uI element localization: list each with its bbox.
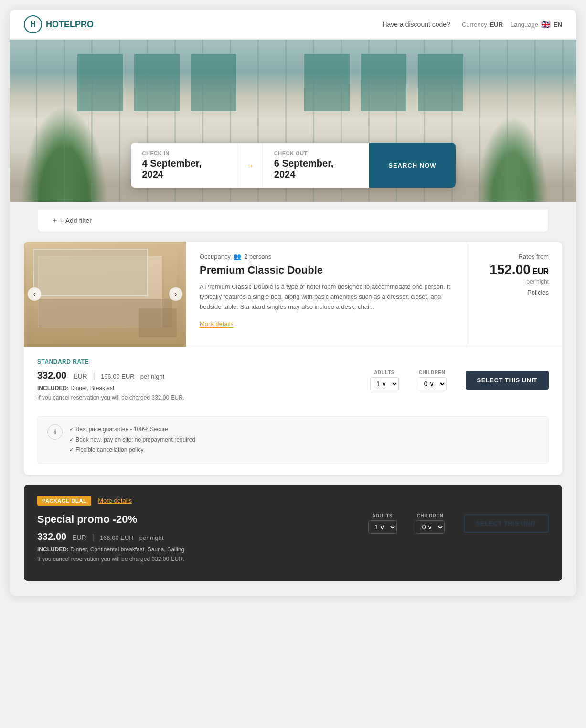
info-item-1: ✓ Best price guarantee - 100% Secure — [69, 424, 195, 435]
add-filter-label: + Add filter — [60, 217, 92, 224]
package-select-unit-button[interactable]: SELECT THIS UNIT — [464, 514, 549, 533]
included-items: Dinner, Breakfast — [70, 385, 114, 391]
language-value: EN — [554, 21, 562, 28]
room-image: ‹ › — [24, 242, 186, 347]
package-included-label: INCLUDED: — [37, 546, 69, 553]
rate-per-night-price: 166.00 EUR — [101, 373, 135, 380]
children-select[interactable]: 0 ∨ 1 2 — [418, 377, 447, 390]
discount-link[interactable]: Have a discount code? — [382, 21, 450, 28]
room-currency: EUR — [533, 267, 549, 275]
rate-actions: ADULTS 1 ∨ 2 3 CHILDREN 0 ∨ 1 — [370, 370, 549, 390]
package-qty-selectors: ADULTS 1 ∨ 2 3 CHILDREN 0 ∨ 1 2 — [368, 513, 445, 534]
package-included-items: Dinner, Continental breakfast, Sauna, Sa… — [70, 546, 184, 553]
package-divider: | — [92, 533, 94, 542]
persons-icon: 👥 — [234, 253, 241, 260]
package-details: Special promo -20% 332.00 EUR | 166.00 E… — [37, 513, 184, 570]
rate-price-row: 332.00 EUR | 166.00 EUR per night — [37, 370, 184, 381]
info-text-block: ✓ Best price guarantee - 100% Secure ✓ B… — [69, 424, 195, 455]
package-children-select[interactable]: 0 ∨ 1 2 — [416, 520, 445, 534]
more-details-link[interactable]: More details — [200, 320, 234, 328]
adults-select[interactable]: 1 ∨ 2 3 — [370, 377, 399, 390]
room-price: 152.00 — [490, 262, 531, 277]
children-label: CHILDREN — [419, 370, 446, 375]
included-row: INCLUDED: Dinner, Breakfast — [37, 385, 184, 391]
package-children-label: CHILDREN — [417, 513, 444, 518]
currency-block[interactable]: Currency EUR — [462, 21, 503, 28]
plus-icon: + — [53, 216, 57, 225]
room-pricing: Rates from 152.00 EUR per night Policies — [467, 242, 562, 347]
package-adults-select[interactable]: 1 ∨ 2 3 — [368, 520, 397, 534]
rate-divider: | — [93, 372, 95, 380]
package-badge: PACKAGE DEAL — [37, 496, 91, 506]
info-item-2: ✓ Book now, pay on site; no prepayment r… — [69, 435, 195, 445]
rate-details: 332.00 EUR | 166.00 EUR per night INCLUD… — [37, 370, 184, 409]
package-currency: EUR — [72, 534, 86, 541]
per-night-label: per night — [480, 278, 549, 285]
checkin-label: CHECK IN — [142, 150, 225, 156]
info-item-3: ✓ Flexible cancellation policy — [69, 445, 195, 455]
package-more-details-link[interactable]: More details — [98, 497, 132, 504]
occupancy-label: Occupancy — [200, 253, 231, 260]
package-deal-card: PACKAGE DEAL More details Special promo … — [24, 485, 562, 581]
rate-price-main: 332.00 — [37, 370, 66, 381]
room-card: ‹ › Occupancy 👥 2 persons Premium Classi… — [24, 242, 562, 475]
logo-icon: H — [24, 15, 42, 33]
language-block[interactable]: Language 🇬🇧 EN — [511, 20, 562, 29]
rate-currency: EUR — [73, 372, 87, 380]
adults-children-selectors: ADULTS 1 ∨ 2 3 CHILDREN 0 ∨ 1 — [370, 370, 447, 390]
date-arrow-icon: → — [237, 143, 263, 188]
cancel-text: If you cancel reservation you will be ch… — [37, 394, 184, 401]
room-price-block: 152.00 EUR — [480, 262, 549, 277]
hero-section: CHECK IN 4 September, 2024 → CHECK OUT 6… — [10, 40, 576, 202]
package-included: INCLUDED: Dinner, Continental breakfast,… — [37, 546, 184, 553]
adults-label: ADULTS — [374, 370, 394, 375]
info-icon: ℹ — [47, 424, 63, 440]
policies-link[interactable]: Policies — [480, 289, 549, 296]
checkin-value: 4 September, 2024 — [142, 158, 225, 180]
checkout-field[interactable]: CHECK OUT 6 September, 2024 — [263, 143, 369, 188]
children-block: CHILDREN 0 ∨ 1 2 — [418, 370, 447, 390]
search-bar: CHECK IN 4 September, 2024 → CHECK OUT 6… — [131, 143, 456, 188]
header-right: Have a discount code? Currency EUR Langu… — [382, 20, 562, 29]
room-title: Premium Classic Double — [200, 264, 453, 276]
included-label: INCLUDED: — [37, 385, 69, 391]
rate-label: STANDARD RATE — [37, 359, 549, 365]
package-price-main: 332.00 — [37, 531, 66, 542]
package-per-night-price: 166.00 EUR — [100, 534, 134, 541]
room-image-nav: ‹ › — [24, 287, 186, 301]
package-price-row: 332.00 EUR | 166.00 EUR per night — [37, 531, 184, 542]
currency-value: EUR — [490, 21, 503, 28]
header: H HOTELPRO Have a discount code? Currenc… — [10, 10, 576, 40]
language-label: Language — [511, 21, 538, 28]
package-adults-label: ADULTS — [372, 513, 393, 518]
room-description: A Premium Classic Double is a type of ho… — [200, 282, 453, 312]
checkout-label: CHECK OUT — [274, 150, 357, 156]
adults-block: ADULTS 1 ∨ 2 3 — [370, 370, 399, 390]
info-box: ℹ ✓ Best price guarantee - 100% Secure ✓… — [37, 416, 549, 464]
standard-rate-section: STANDARD RATE 332.00 EUR | 166.00 EUR pe… — [24, 347, 562, 475]
occupancy-count: 2 persons — [244, 253, 271, 260]
package-cancel-text: If you cancel reservation you will be ch… — [37, 556, 184, 562]
package-children-block: CHILDREN 0 ∨ 1 2 — [416, 513, 445, 534]
package-title: Special promo -20% — [37, 513, 184, 526]
room-info: Occupancy 👥 2 persons Premium Classic Do… — [186, 242, 467, 347]
currency-language: Currency EUR Language 🇬🇧 EN — [462, 20, 562, 29]
package-per-night-label: per night — [139, 534, 164, 541]
package-header: PACKAGE DEAL More details — [37, 496, 549, 506]
search-button[interactable]: SEARCH NOW — [369, 143, 455, 188]
add-filter-button[interactable]: + + Add filter — [53, 216, 533, 225]
logo[interactable]: H HOTELPRO — [24, 15, 94, 33]
select-unit-button[interactable]: SELECT THIS UNIT — [466, 371, 549, 390]
prev-image-button[interactable]: ‹ — [28, 287, 41, 301]
next-image-button[interactable]: › — [169, 287, 182, 301]
room-top-section: ‹ › Occupancy 👥 2 persons Premium Classi… — [24, 242, 562, 347]
currency-label: Currency — [462, 21, 487, 28]
flag-icon: 🇬🇧 — [541, 20, 551, 29]
rates-from-label: Rates from — [480, 253, 549, 260]
occupancy-row: Occupancy 👥 2 persons — [200, 253, 453, 260]
package-adults-block: ADULTS 1 ∨ 2 3 — [368, 513, 397, 534]
checkout-value: 6 September, 2024 — [274, 158, 357, 180]
filter-bar: + + Add filter — [38, 210, 548, 232]
rate-per-night-label: per night — [140, 373, 165, 380]
checkin-field[interactable]: CHECK IN 4 September, 2024 — [131, 143, 237, 188]
